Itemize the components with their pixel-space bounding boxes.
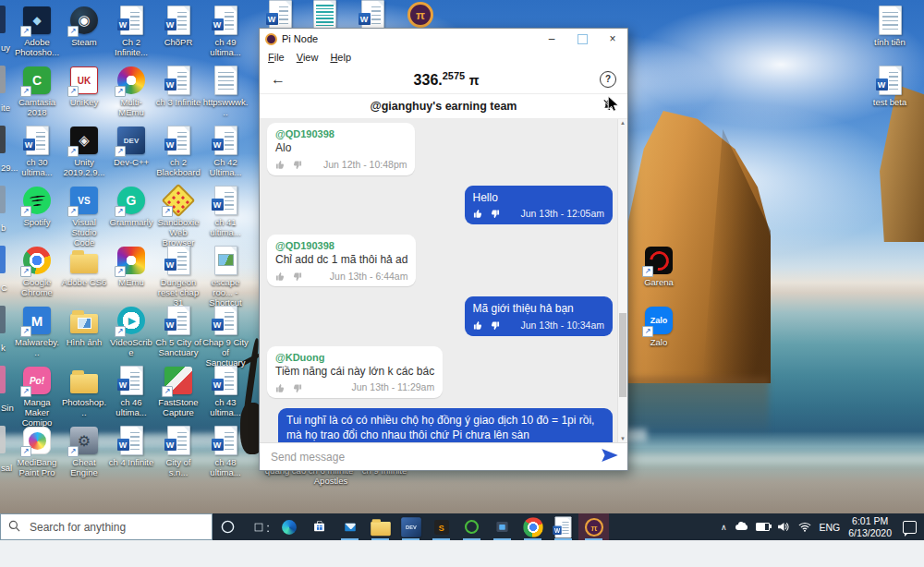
desktop-icon-ch-43-ultima[interactable]: Wch 43 ultima...	[202, 366, 249, 417]
desktop-icon-ch-30-ultima[interactable]: Wch 30 ultima...	[14, 126, 60, 177]
desktop-icon-unity-2019-2-9[interactable]: ◈↗Unity 2019.2.9...	[61, 126, 107, 177]
desktop-icon-adobe-photosho[interactable]: ◆↗Adobe Photosho...	[14, 6, 60, 57]
clock[interactable]: 6:01 PM 6/13/2020	[848, 515, 892, 538]
thumbs-up-icon[interactable]	[275, 271, 286, 282]
onedrive-cloud-icon[interactable]	[736, 525, 748, 530]
help-button[interactable]: ?	[600, 71, 616, 88]
desktop-icon-visual-studio-code[interactable]: VS↗Visual Studio Code	[61, 186, 107, 248]
desktop-icon-google-chrome[interactable]: ↗Google Chrome	[14, 246, 60, 297]
window-titlebar[interactable]: Pi Node – ×	[260, 29, 627, 49]
thumbs-down-icon[interactable]	[490, 320, 500, 331]
taskbar-pi-node-icon[interactable]: π	[578, 513, 609, 540]
desktop-icon-steam[interactable]: ◉↗Steam	[61, 6, 107, 47]
wifi-icon[interactable]	[798, 519, 811, 536]
taskbar-edge-icon[interactable]	[274, 513, 304, 540]
desktop-icon-videoscribe[interactable]: ▶↗VideoScribe	[108, 306, 154, 357]
thumbs-down-icon[interactable]	[490, 209, 500, 219]
chat-message[interactable]: @KDuongTiềm năng cái này lớn k các bácJu…	[267, 346, 443, 399]
desktop-icon-faststone-capture[interactable]: ↗FastStone Capture	[155, 366, 201, 417]
action-center-icon[interactable]	[903, 521, 917, 534]
chat-message[interactable]: Mã giới thiệu hả bạnJun 13th - 10:34am	[465, 296, 613, 335]
menu-item-view[interactable]: View	[297, 52, 319, 63]
desktop-icon-city-of-s-n[interactable]: WCity of s.n...	[155, 426, 201, 477]
send-icon[interactable]	[602, 449, 618, 465]
desktop-icon-word-doc-icon[interactable]: W	[257, 0, 303, 30]
taskbar-blue-app-icon[interactable]	[487, 513, 517, 540]
desktop-icon-ch-48-ultima[interactable]: Wch 48 ultima...	[202, 426, 249, 477]
desktop-icon-ch-42-ultima[interactable]: WCh 42 Ultima...	[202, 126, 249, 177]
thumbs-down-icon[interactable]	[292, 383, 302, 393]
back-button[interactable]: ←	[271, 71, 293, 88]
tray-chevron-icon[interactable]: ∧	[721, 523, 727, 532]
close-button[interactable]: ×	[600, 30, 626, 48]
scrollbar-thumb[interactable]	[619, 313, 626, 397]
desktop-icon-multi-memu[interactable]: ↗Multi-MEmu	[108, 66, 154, 117]
desktop-icon-camtasia-2018[interactable]: C↗Camtasia 2018	[14, 66, 60, 117]
desktop-icon-medibang-paint-pro[interactable]: ↗MediBang Paint Pro	[14, 426, 60, 477]
taskbar-search[interactable]	[0, 513, 213, 540]
desktop-icon-chap-9-city-of-sanctuary[interactable]: WChap 9 City of Sanctuary	[202, 306, 249, 368]
desktop-icon-escape-roo-shortcut[interactable]: escape roo... - Shortcut	[202, 246, 249, 308]
taskbar-sublime-text-icon[interactable]: S	[426, 513, 456, 540]
chat-scrollbar[interactable]: ▲ ▼	[617, 119, 627, 442]
desktop-icon-zalo[interactable]: Zalo↗Zalo	[636, 306, 682, 347]
thumbs-down-icon[interactable]	[292, 271, 302, 282]
taskbar-file-explorer-icon[interactable]	[365, 513, 395, 540]
desktop-icon-httpswwwk[interactable]: httpswwwk...	[202, 66, 249, 117]
taskbar-word-icon[interactable]: W	[548, 513, 578, 540]
desktop-icon-ch-2-infinite[interactable]: WCh 2 Infinite...	[108, 6, 154, 57]
desktop-icon-dungeon-reset-chap-31[interactable]: WDungeon reset chap 31	[155, 246, 201, 308]
chat-message[interactable]: HelloJun 13th - 12:05am	[465, 186, 613, 224]
taskbar-microsoft-store-icon[interactable]	[304, 513, 334, 540]
thumbs-up-icon[interactable]	[473, 209, 483, 219]
chat-message[interactable]: @QD190398AloJun 12th - 10:48pm	[267, 123, 415, 175]
desktop-icon-ch-5-city-of-sanctuary[interactable]: WCh 5 City of Sanctuary	[155, 306, 201, 357]
taskbar-mail-icon[interactable]	[334, 513, 365, 540]
desktop-icon-manga-maker-comipo[interactable]: Po!↗Manga Maker Comipo	[14, 366, 60, 428]
taskbar-dev-cpp-icon[interactable]: DEV	[395, 513, 426, 540]
desktop-icon-unikey[interactable]: UK↗UniKey	[61, 66, 107, 107]
volume-icon[interactable]	[778, 519, 790, 536]
thumbs-up-icon[interactable]	[275, 160, 286, 170]
desktop-icon-t-nh-ti-n[interactable]: tính tiền	[867, 6, 913, 47]
taskbar-chrome-icon[interactable]	[517, 513, 548, 540]
scroll-up-arrow[interactable]: ▲	[618, 120, 627, 126]
battery-icon[interactable]	[756, 523, 770, 531]
desktop-icon-photoshop[interactable]: Photoshop...	[61, 366, 107, 417]
scroll-down-arrow[interactable]: ▼	[618, 436, 627, 441]
desktop-icon-pi-network-icon[interactable]: π	[397, 0, 444, 30]
minimize-button[interactable]: –	[539, 30, 565, 48]
desktop-icon-ch-3-infinite[interactable]: Wch 3 Infinite	[155, 66, 201, 107]
menu-item-file[interactable]: File	[268, 52, 285, 63]
search-input[interactable]	[28, 520, 204, 535]
desktop-icon-ch-pr[interactable]: WChõPR	[155, 6, 201, 47]
language-indicator[interactable]: ENG	[820, 522, 841, 533]
desktop-icon-spotify[interactable]: ↗Spotify	[14, 186, 60, 227]
thumbs-down-icon[interactable]	[292, 160, 302, 170]
message-input[interactable]	[269, 450, 594, 464]
desktop-icon-sandboxie-web-browser[interactable]: ↗Sandboxie Web Browser	[155, 186, 201, 248]
chat-message[interactable]: @QD190398Chỉ add dc 1 mã thôi hả adJun 1…	[267, 235, 416, 287]
desktop-icon-cheat-engine[interactable]: ⚙↗Cheat Engine	[61, 426, 107, 477]
chat-message[interactable]: Tui nghĩ là có có nhiều chộ họ đồng ý gi…	[278, 408, 613, 442]
taskbar-cortana-icon[interactable]	[213, 513, 243, 540]
desktop-icon-ch-41-ultima[interactable]: Wch 41 ultima...	[202, 186, 249, 237]
desktop-icon-ch-49-ultima[interactable]: Wch 49 ultima...	[202, 6, 249, 57]
desktop-icon-dev-c[interactable]: DEV↗Dev-C++	[108, 126, 154, 167]
desktop-icon-adobe-cs6[interactable]: Adobe CS6	[61, 246, 107, 287]
desktop-icon-garena[interactable]: ↗Garena	[636, 246, 682, 287]
desktop-icon-ch-4-infinite[interactable]: Wch 4 Infinite	[108, 426, 154, 467]
desktop-icon-teal-text-doc-icon[interactable]	[301, 0, 347, 30]
desktop-icon-ch-46-ultima[interactable]: Wch 46 ultima...	[108, 366, 154, 417]
desktop-icon-malwareby[interactable]: M↗Malwareby...	[14, 306, 60, 357]
desktop-icon-memu[interactable]: ↗MEmu	[108, 246, 154, 287]
desktop-icon-ch-2-blackboard[interactable]: Wch 2 Blackboard	[155, 126, 201, 177]
thumbs-up-icon[interactable]	[473, 320, 483, 331]
taskbar-task-view-icon[interactable]	[243, 513, 274, 540]
desktop-icon-grammarly[interactable]: G↗Grammarly	[108, 186, 154, 227]
menu-item-help[interactable]: Help	[330, 52, 351, 63]
thumbs-up-icon[interactable]	[275, 383, 286, 393]
desktop-icon-word-doc-icon[interactable]: W	[349, 0, 395, 30]
maximize-button[interactable]	[569, 30, 595, 48]
desktop-icon-test-beta[interactable]: Wtest beta	[867, 66, 913, 107]
